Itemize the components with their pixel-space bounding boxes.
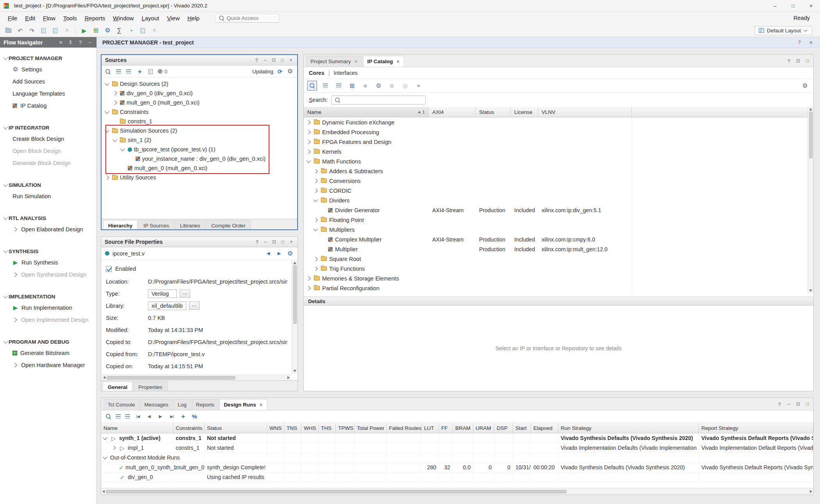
sidebar-item-add-sources[interactable]: Add Sources bbox=[0, 75, 96, 87]
catalog-row-floating-point[interactable]: Floating Point bbox=[304, 215, 813, 225]
scroll-up-icon[interactable] bbox=[809, 108, 812, 110]
runs-column-bram[interactable]: BRAM bbox=[453, 423, 473, 433]
scroll-thumb[interactable] bbox=[293, 265, 297, 324]
window-close-button[interactable] bbox=[802, 0, 820, 11]
maximize-icon[interactable] bbox=[805, 401, 810, 407]
runs-column-wns[interactable]: WNS bbox=[267, 423, 284, 433]
column-header-status[interactable]: Status bbox=[476, 107, 511, 117]
menu-edit[interactable]: Edit bbox=[21, 13, 39, 23]
tree-item-constraints[interactable]: Constraints bbox=[102, 107, 297, 117]
properties-wrench-icon[interactable] bbox=[374, 81, 383, 91]
flow-section-header-synthesis[interactable]: SYNTHESIS bbox=[0, 246, 96, 256]
scroll-thumb[interactable] bbox=[107, 376, 235, 380]
sidebar-item-open-synthesized-design[interactable]: Open Synthesized Design bbox=[0, 268, 96, 280]
float-icon[interactable] bbox=[795, 401, 801, 407]
minimize-icon[interactable] bbox=[87, 39, 93, 45]
help-icon[interactable] bbox=[796, 39, 803, 46]
float-icon[interactable] bbox=[795, 58, 801, 64]
maximize-icon[interactable] bbox=[280, 239, 285, 245]
sources-tab-ip-sources[interactable]: IP Sources bbox=[138, 220, 174, 229]
stop-icon[interactable] bbox=[414, 81, 423, 91]
add-sources-icon[interactable] bbox=[136, 68, 143, 75]
float-icon[interactable] bbox=[271, 57, 276, 63]
runs-column-lut[interactable]: LUT bbox=[422, 423, 439, 433]
bottom-tab-log[interactable]: Log bbox=[173, 399, 191, 410]
sources-tab-libraries[interactable]: Libraries bbox=[175, 220, 205, 229]
previous-run-icon[interactable] bbox=[146, 413, 153, 420]
runs-column-constraints[interactable]: Constraints bbox=[173, 423, 205, 433]
catalog-row-cordic[interactable]: CORDIC bbox=[304, 186, 813, 195]
catalog-search-box[interactable] bbox=[331, 96, 426, 105]
help-icon[interactable] bbox=[786, 58, 791, 64]
tree-item-constrs-1[interactable]: constrs_1 bbox=[102, 117, 297, 126]
tab-interfaces[interactable]: Interfaces bbox=[333, 70, 357, 76]
sidebar-item-open-block-design[interactable]: Open Block Design bbox=[0, 145, 96, 157]
quick-access-box[interactable] bbox=[215, 14, 279, 23]
sidebar-item-open-implemented-design[interactable]: Open Implemented Design bbox=[0, 314, 96, 326]
catalog-row-adders-subtracters[interactable]: Adders & Subtracters bbox=[304, 166, 813, 176]
menu-reports[interactable]: Reports bbox=[81, 13, 109, 23]
tab-close-icon[interactable] bbox=[396, 59, 400, 64]
forward-icon[interactable] bbox=[276, 250, 283, 257]
catalog-row-divider-generator[interactable]: Divider GeneratorAXI4-StreamProductionIn… bbox=[304, 205, 813, 215]
sidebar-item-settings[interactable]: Settings bbox=[0, 63, 96, 75]
menu-window[interactable]: Window bbox=[109, 13, 137, 23]
open-folder-icon[interactable] bbox=[5, 28, 11, 33]
property-value-field[interactable]: xil_defaultlib bbox=[148, 302, 186, 310]
pin-icon[interactable] bbox=[58, 39, 64, 45]
flow-steps-icon[interactable] bbox=[93, 27, 100, 34]
runs-column-dsp[interactable]: DSP bbox=[494, 423, 513, 433]
taxonomy-view-icon[interactable] bbox=[360, 81, 370, 91]
sidebar-item-run-simulation[interactable]: Run Simulation bbox=[0, 190, 96, 202]
collapse-all-icon[interactable] bbox=[116, 414, 121, 419]
catalog-row-trig-functions[interactable]: Trig Functions bbox=[304, 264, 813, 273]
paste-icon[interactable] bbox=[53, 28, 57, 33]
help-icon[interactable] bbox=[77, 39, 83, 45]
catalog-row-embedded-processing[interactable]: Embedded Processing bbox=[304, 127, 813, 137]
gear-icon[interactable] bbox=[800, 81, 810, 91]
catalog-search-input[interactable] bbox=[343, 97, 422, 103]
quick-access-input[interactable] bbox=[227, 15, 276, 21]
tab-close-icon[interactable] bbox=[354, 59, 358, 64]
expand-all-icon[interactable] bbox=[126, 69, 131, 74]
back-icon[interactable] bbox=[265, 250, 272, 257]
scroll-left-icon[interactable] bbox=[102, 490, 105, 493]
properties-tab-properties[interactable]: Properties bbox=[133, 382, 168, 391]
scroll-left-icon[interactable] bbox=[103, 376, 105, 379]
menu-tools[interactable]: Tools bbox=[59, 13, 81, 23]
close-icon[interactable] bbox=[808, 39, 815, 46]
sidebar-item-generate-bitstream[interactable]: Generate Bitstream bbox=[0, 347, 96, 359]
sidebar-item-language-templates[interactable]: Language Templates bbox=[0, 87, 96, 99]
sidebar-item-run-synthesis[interactable]: Run Synthesis bbox=[0, 256, 96, 268]
window-maximize-button[interactable] bbox=[784, 0, 802, 11]
tab-close-icon[interactable] bbox=[259, 403, 263, 407]
sidebar-item-generate-block-design[interactable]: Generate Block Design bbox=[0, 157, 96, 169]
runs-column-elapsed[interactable]: Elapsed bbox=[531, 423, 558, 433]
scroll-down-icon[interactable] bbox=[809, 289, 812, 292]
run-row-mult-gen-0-synth-1[interactable]: mult_gen_0_synth_1mult_gen_0synth_design… bbox=[101, 463, 813, 472]
collapse-all-icon[interactable] bbox=[321, 81, 330, 91]
gear-icon[interactable] bbox=[287, 250, 294, 257]
run-row-div-gen-0[interactable]: div_gen_0Using cached IP results bbox=[101, 472, 813, 482]
tree-item-design-sources-2[interactable]: Design Sources (2) bbox=[102, 79, 297, 89]
sidebar-item-open-elaborated-design[interactable]: Open Elaborated Design bbox=[0, 223, 96, 235]
scroll-right-icon[interactable] bbox=[810, 490, 812, 493]
properties-tab-general[interactable]: General bbox=[103, 382, 132, 391]
column-header-license[interactable]: License bbox=[511, 107, 538, 117]
next-run-icon[interactable] bbox=[157, 413, 164, 420]
tree-item-tb-ipcore-test-ipcore-test-v-1[interactable]: tb_ipcore_test (ipcore_test.v) (1) bbox=[102, 145, 297, 154]
horizontal-scrollbar[interactable] bbox=[102, 374, 291, 380]
tree-item-div-gen-0-div-gen-0-xci[interactable]: div_gen_0 (div_gen_0.xci) bbox=[102, 89, 297, 98]
add-repository-icon[interactable] bbox=[387, 81, 397, 91]
sidebar-item-run-implementation[interactable]: Run Implementation bbox=[0, 302, 96, 314]
ellipsis-button[interactable] bbox=[180, 289, 190, 298]
copy-icon[interactable] bbox=[41, 28, 46, 33]
tree-item-sim-1-2[interactable]: sim_1 (2) bbox=[102, 135, 297, 145]
runs-column-ths[interactable]: THS bbox=[319, 423, 336, 433]
expand-collapse-icon[interactable] bbox=[68, 39, 73, 45]
catalog-row-complex-multiplier[interactable]: Complex MultiplierAXI4-StreamProductionI… bbox=[304, 234, 813, 244]
run-row-synth-1-active[interactable]: synth_1 (active)constrs_1Not startedViva… bbox=[101, 433, 813, 443]
help-icon[interactable] bbox=[777, 401, 782, 407]
tree-item-mult-gen-0-mult-gen-0-xci[interactable]: mult_gen_0 (mult_gen_0.xci) bbox=[102, 98, 297, 107]
close-icon[interactable] bbox=[288, 57, 294, 63]
